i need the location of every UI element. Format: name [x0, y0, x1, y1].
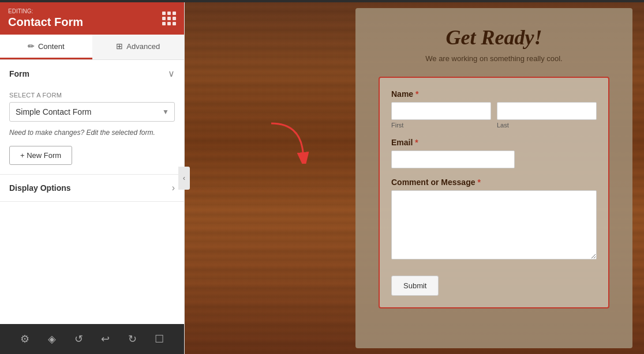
contact-form: Name * First Last [379, 77, 609, 308]
email-field-group: Email * [391, 138, 597, 168]
display-options-header[interactable]: Display Options › [0, 175, 184, 201]
arrow-indicator [265, 118, 312, 166]
tab-content-label: Content [38, 42, 65, 51]
name-label: Name * [391, 89, 597, 99]
message-field-group: Comment or Message * [391, 178, 597, 262]
page-subtitle: We are working on something really cool. [379, 54, 609, 63]
sidebar-content: Form ∨ Select a Form Simple Contact Form… [0, 60, 184, 324]
layers-icon[interactable]: ◈ [42, 329, 62, 349]
submit-button[interactable]: Submit [391, 276, 439, 296]
message-textarea[interactable] [391, 190, 597, 259]
main-layout: EDITING: Contact Form ✏ Content ⊞ Advanc… [0, 2, 644, 354]
sidebar: EDITING: Contact Form ✏ Content ⊞ Advanc… [0, 2, 185, 354]
wood-background: Get Ready! We are working on something r… [185, 2, 644, 354]
editing-header: EDITING: Contact Form [0, 2, 184, 35]
email-label: Email * [391, 138, 597, 147]
mobile-preview-icon[interactable]: ☐ [149, 329, 170, 349]
form-overlay: Get Ready! We are working on something r… [355, 8, 632, 348]
edit-note: Need to make changes? Edit the selected … [9, 127, 175, 138]
form-section-chevron: ∨ [168, 68, 175, 79]
form-section-body: Select a Form Simple Contact Form Contac… [0, 87, 184, 174]
editing-info: EDITING: Contact Form [8, 8, 83, 29]
last-label: Last [497, 122, 597, 129]
grid-menu-icon[interactable] [162, 12, 176, 25]
editing-title: Contact Form [8, 16, 83, 29]
last-name-col: Last [497, 102, 597, 129]
select-form-label: Select a Form [9, 92, 175, 99]
history-icon[interactable]: ↺ [68, 329, 89, 349]
form-section-header[interactable]: Form ∨ [0, 60, 184, 87]
first-name-col: First [391, 102, 491, 129]
form-section: Form ∨ Select a Form Simple Contact Form… [0, 60, 184, 175]
first-label: First [391, 122, 491, 129]
email-input[interactable] [391, 150, 515, 168]
form-select-wrapper: Simple Contact Form Contact Form 7 New F… [9, 102, 175, 122]
advanced-icon: ⊞ [116, 42, 123, 51]
tab-advanced-label: Advanced [126, 42, 160, 51]
settings-icon[interactable]: ⚙ [14, 329, 35, 349]
tab-advanced[interactable]: ⊞ Advanced [92, 35, 185, 59]
email-required: * [415, 138, 418, 147]
name-required: * [415, 89, 418, 99]
first-name-input[interactable] [391, 102, 491, 120]
content-area: Get Ready! We are working on something r… [185, 2, 644, 354]
new-form-button[interactable]: + New Form [9, 146, 72, 165]
tabs-bar: ✏ Content ⊞ Advanced [0, 35, 184, 60]
redo-icon[interactable]: ↻ [122, 329, 143, 349]
message-label: Comment or Message * [391, 178, 597, 187]
form-select[interactable]: Simple Contact Form Contact Form 7 New F… [9, 102, 175, 122]
bottom-toolbar: ⚙ ◈ ↺ ↩ ↻ ☐ [0, 324, 184, 354]
display-options-chevron: › [172, 183, 175, 193]
tab-content[interactable]: ✏ Content [0, 35, 92, 59]
editing-label: EDITING: [8, 8, 83, 14]
form-section-title: Form [9, 69, 29, 78]
collapse-sidebar-button[interactable]: ‹ [178, 167, 190, 190]
name-field-group: Name * First Last [391, 89, 597, 129]
display-options-section: Display Options › [0, 175, 184, 202]
pencil-icon: ✏ [28, 42, 35, 51]
display-options-title: Display Options [9, 183, 71, 193]
name-row: First Last [391, 102, 597, 129]
last-name-input[interactable] [497, 102, 597, 120]
undo-icon[interactable]: ↩ [95, 329, 116, 349]
page-title: Get Ready! [379, 25, 609, 50]
message-required: * [477, 178, 480, 187]
